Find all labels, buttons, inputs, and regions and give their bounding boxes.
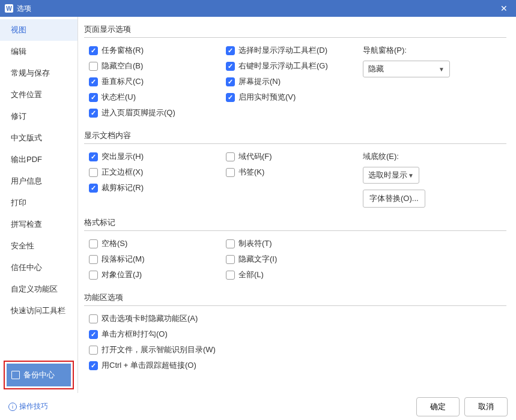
- func-option-row: 单击方框时打勾(O): [84, 326, 506, 342]
- page-display-checkbox[interactable]: [226, 62, 235, 71]
- doc-content-label[interactable]: 突出显示(H): [102, 151, 144, 162]
- page-display-label[interactable]: 选择时显示浮动工具栏(D): [238, 45, 327, 56]
- tips-label: 操作技巧: [19, 401, 48, 412]
- page-display-checkbox[interactable]: [226, 46, 235, 55]
- page-display-label[interactable]: 垂直标尺(C): [102, 76, 144, 87]
- func-option-label[interactable]: 打开文件，展示智能识别目录(W): [102, 344, 216, 355]
- nav-pane-select[interactable]: 隐藏 ▼: [363, 61, 450, 77]
- func-option-label[interactable]: 双击选项卡时隐藏功能区(A): [102, 313, 198, 324]
- doc-content-label[interactable]: 正文边框(X): [102, 167, 143, 178]
- doc-content-checkbox[interactable]: [226, 152, 235, 161]
- format-mark-label[interactable]: 制表符(T): [238, 238, 272, 249]
- section-title-format: 格式标记: [84, 217, 506, 231]
- page-display-row: 任务窗格(R): [84, 43, 221, 58]
- func-option-checkbox[interactable]: [89, 314, 98, 323]
- backup-center-button[interactable]: 备份中心: [7, 364, 71, 386]
- doc-content-checkbox[interactable]: [89, 168, 98, 177]
- page-display-label[interactable]: 状态栏(U): [102, 92, 136, 103]
- page-display-checkbox[interactable]: [89, 62, 98, 71]
- field-shading-select[interactable]: 选取时显示 ▼: [363, 167, 419, 184]
- chevron-down-icon: ▼: [408, 172, 414, 179]
- format-mark-label[interactable]: 隐藏文字(I): [238, 254, 277, 265]
- sidebar-item[interactable]: 视图: [0, 19, 77, 41]
- format-mark-row: 对象位置(J): [84, 267, 221, 283]
- format-mark-label[interactable]: 空格(S): [102, 238, 127, 249]
- sidebar-item[interactable]: 快速访问工具栏: [0, 300, 77, 322]
- sidebar-item[interactable]: 常规与保存: [0, 62, 77, 84]
- func-option-checkbox[interactable]: [89, 330, 98, 339]
- doc-content-row: 裁剪标记(R): [84, 180, 221, 196]
- sidebar-item[interactable]: 安全性: [0, 235, 77, 257]
- format-mark-checkbox[interactable]: [89, 271, 98, 280]
- page-display-checkbox[interactable]: [226, 77, 235, 86]
- page-display-label[interactable]: 启用实时预览(V): [238, 92, 296, 103]
- format-mark-checkbox[interactable]: [89, 239, 98, 248]
- page-display-checkbox[interactable]: [89, 109, 98, 118]
- format-mark-checkbox[interactable]: [226, 239, 235, 248]
- sidebar-item[interactable]: 编辑: [0, 41, 77, 62]
- sidebar-item[interactable]: 打印: [0, 192, 77, 214]
- doc-content-checkbox[interactable]: [226, 168, 235, 177]
- func-option-label[interactable]: 用Ctrl + 单击跟踪超链接(O): [102, 360, 196, 371]
- doc-content-checkbox[interactable]: [89, 184, 98, 193]
- section-title-func: 功能区选项: [84, 292, 506, 306]
- page-display-row: 选择时显示浮动工具栏(D): [221, 43, 358, 58]
- backup-icon: [11, 371, 20, 379]
- app-icon: W: [5, 4, 13, 13]
- sidebar-item[interactable]: 用户信息: [0, 170, 77, 192]
- footer: i 操作技巧 确定 取消: [0, 393, 516, 420]
- format-mark-label[interactable]: 对象位置(J): [102, 269, 142, 280]
- page-display-checkbox[interactable]: [89, 46, 98, 55]
- doc-content-label[interactable]: 域代码(F): [238, 151, 272, 162]
- format-mark-checkbox[interactable]: [89, 255, 98, 264]
- sidebar-item[interactable]: 自定义功能区: [0, 278, 77, 300]
- func-option-label[interactable]: 单击方框时打勾(O): [102, 329, 168, 340]
- sidebar-item[interactable]: 拼写检查: [0, 214, 77, 235]
- page-display-checkbox[interactable]: [89, 77, 98, 86]
- func-option-row: 用Ctrl + 单击跟踪超链接(O): [84, 358, 506, 373]
- page-display-label[interactable]: 隐藏空白(B): [102, 61, 143, 71]
- page-display-checkbox[interactable]: [226, 93, 235, 102]
- page-display-row: 垂直标尺(C): [84, 74, 221, 89]
- ok-button[interactable]: 确定: [416, 397, 460, 416]
- cancel-button[interactable]: 取消: [464, 397, 508, 416]
- field-shading-value: 选取时显示: [368, 170, 407, 181]
- format-mark-label[interactable]: 段落标记(M): [102, 254, 145, 265]
- doc-content-label[interactable]: 书签(K): [238, 167, 264, 178]
- func-option-checkbox[interactable]: [89, 346, 98, 355]
- sidebar-item[interactable]: 信任中心: [0, 257, 77, 278]
- content-panel: 页面显示选项 任务窗格(R)隐藏空白(B)垂直标尺(C)状态栏(U)进入页眉页脚…: [78, 17, 516, 393]
- format-mark-label[interactable]: 全部(L): [238, 269, 264, 280]
- backup-highlight: 备份中心: [4, 361, 74, 389]
- tips-link[interactable]: i 操作技巧: [8, 401, 48, 412]
- page-display-label[interactable]: 任务窗格(R): [102, 45, 144, 56]
- doc-content-checkbox[interactable]: [89, 152, 98, 161]
- sidebar-item[interactable]: 中文版式: [0, 127, 77, 149]
- page-display-row: 右键时显示浮动工具栏(G): [221, 58, 358, 74]
- format-mark-checkbox[interactable]: [226, 255, 235, 264]
- window-title: 选项: [17, 4, 31, 14]
- sidebar-item[interactable]: 修订: [0, 106, 77, 127]
- doc-content-row: 域代码(F): [221, 149, 358, 164]
- doc-content-row: 书签(K): [221, 164, 358, 180]
- page-display-checkbox[interactable]: [89, 93, 98, 102]
- titlebar: W 选项 ✕: [0, 0, 516, 17]
- nav-pane-value: 隐藏: [368, 64, 384, 74]
- sidebar-item[interactable]: 输出PDF: [0, 149, 77, 170]
- font-replace-button[interactable]: 字体替换(O)...: [363, 190, 425, 208]
- doc-content-label[interactable]: 裁剪标记(R): [102, 182, 144, 193]
- page-display-label[interactable]: 屏幕提示(N): [238, 76, 281, 87]
- format-mark-checkbox[interactable]: [226, 271, 235, 280]
- info-icon: i: [8, 403, 17, 411]
- page-display-row: 屏幕提示(N): [221, 74, 358, 89]
- doc-content-row: 正文边框(X): [84, 164, 221, 180]
- page-display-label[interactable]: 右键时显示浮动工具栏(G): [238, 61, 328, 71]
- chevron-down-icon: ▼: [439, 66, 445, 73]
- page-display-label[interactable]: 进入页眉页脚提示(Q): [102, 107, 175, 118]
- close-icon[interactable]: ✕: [497, 4, 511, 13]
- sidebar-item[interactable]: 文件位置: [0, 84, 77, 106]
- page-display-row: 隐藏空白(B): [84, 58, 221, 74]
- page-display-row: 进入页眉页脚提示(Q): [84, 105, 221, 121]
- func-option-checkbox[interactable]: [89, 361, 98, 370]
- format-mark-row: 段落标记(M): [84, 251, 221, 267]
